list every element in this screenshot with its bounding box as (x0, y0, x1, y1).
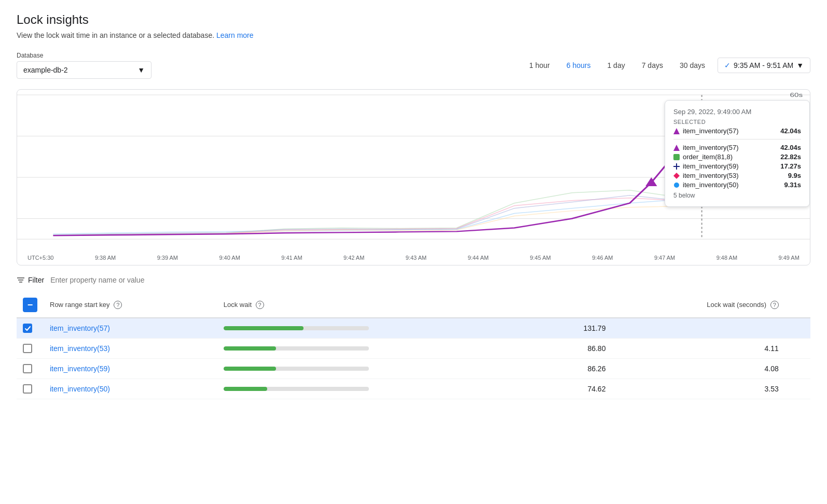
legend-list: item_inventory(57) 42.04s order_item(81,… (673, 144, 801, 199)
row-lock-wait-val-1: 86.80 (541, 339, 612, 359)
legend-item-0: item_inventory(57) 42.04s (673, 144, 801, 151)
filter-label: Filter (17, 276, 44, 284)
svg-marker-15 (673, 173, 680, 179)
row-checkbox-1[interactable] (23, 344, 32, 353)
db-selector: Database example-db-2 ▼ (17, 52, 151, 79)
progress-bg-1 (224, 346, 369, 351)
row-key-link-2[interactable]: item_inventory(59) (50, 365, 110, 373)
row-extra-0 (785, 318, 810, 339)
lock-wait-help-icon[interactable]: ? (256, 301, 264, 309)
legend-icon-1 (673, 154, 680, 160)
tooltip-time: Sep 29, 2022, 9:49:00 AM (673, 108, 801, 116)
row-lock-wait-bar-1 (217, 339, 541, 359)
progress-container-0 (224, 326, 369, 330)
legend-icon-4 (673, 182, 680, 188)
row-key-cell-0: item_inventory(57) (44, 318, 217, 339)
db-value: example-db-2 (23, 66, 68, 74)
svg-rect-14 (673, 166, 680, 167)
row-lock-wait-bar-2 (217, 359, 541, 379)
time-btn-1day[interactable]: 1 day (603, 59, 629, 72)
legend-icon-0 (673, 145, 680, 151)
page-container: Lock insights View the lock wait time in… (0, 0, 827, 412)
db-label: Database (17, 52, 151, 59)
tooltip-triangle-icon (673, 128, 680, 134)
row-lock-wait-bar-3 (217, 379, 541, 399)
table-row: item_inventory(59) 86.26 4.08 (17, 359, 810, 379)
chart-container: 60s 40s 20s (17, 89, 810, 265)
progress-fill-2 (224, 367, 276, 371)
time-btn-6hours[interactable]: 6 hours (562, 59, 595, 72)
row-lock-wait-sec-0 (612, 318, 784, 339)
th-row-range-start-key: Row range start key ? (44, 292, 217, 318)
check-icon: ✓ (724, 61, 730, 69)
lock-wait-sec-help-icon[interactable]: ? (770, 301, 779, 309)
filter-bar: Filter (17, 276, 810, 284)
deselect-all-button[interactable]: − (23, 298, 37, 312)
row-key-cell-2: item_inventory(59) (44, 359, 217, 379)
row-extra-1 (785, 339, 810, 359)
table-header-row: − Row range start key ? Lock wait ? Lock… (17, 292, 810, 318)
row-key-cell-1: item_inventory(53) (44, 339, 217, 359)
th-extra (785, 292, 810, 318)
tooltip-selected-value: 42.04s (780, 127, 801, 135)
svg-text:60s: 60s (790, 92, 803, 98)
row-checkbox-0[interactable] (23, 324, 32, 333)
table-row: item_inventory(57) 131.79 (17, 318, 810, 339)
time-btn-30days[interactable]: 30 days (676, 59, 709, 72)
row-range-help-icon[interactable]: ? (114, 301, 122, 309)
time-range-arrow-icon: ▼ (796, 61, 804, 69)
db-dropdown[interactable]: example-db-2 ▼ (17, 61, 151, 79)
progress-container-2 (224, 367, 369, 371)
table-body: item_inventory(57) 131.79 (17, 318, 810, 399)
th-lock-wait-seconds: Lock wait (seconds) ? (612, 292, 784, 318)
row-lock-wait-sec-1: 4.11 (612, 339, 784, 359)
svg-marker-11 (673, 128, 680, 134)
time-range-picker[interactable]: ✓ 9:35 AM - 9:51 AM ▼ (718, 58, 810, 73)
row-key-link-3[interactable]: item_inventory(50) (50, 385, 110, 393)
row-lock-wait-val-2: 86.26 (541, 359, 612, 379)
time-btn-7days[interactable]: 7 days (638, 59, 667, 72)
filter-icon (17, 276, 25, 284)
progress-fill-1 (224, 346, 276, 351)
row-lock-wait-sec-2: 4.08 (612, 359, 784, 379)
progress-fill-3 (224, 387, 267, 391)
page-subtitle: View the lock wait time in an instance o… (17, 31, 810, 39)
progress-container-3 (224, 387, 369, 391)
progress-container-1 (224, 346, 369, 351)
progress-fill-0 (224, 326, 304, 330)
learn-more-link[interactable]: Learn more (216, 31, 254, 39)
th-empty (541, 292, 612, 318)
time-range-display: 9:35 AM - 9:51 AM (734, 61, 793, 69)
row-extra-2 (785, 359, 810, 379)
svg-marker-12 (673, 145, 680, 151)
legend-item-3: item_inventory(53) 9.9s (673, 172, 801, 179)
time-range-controls: 1 hour 6 hours 1 day 7 days 30 days ✓ 9:… (525, 58, 810, 73)
controls-row: Database example-db-2 ▼ 1 hour 6 hours 1… (17, 52, 810, 79)
row-extra-3 (785, 379, 810, 399)
row-lock-wait-val-0: 131.79 (541, 318, 612, 339)
check-mark-icon (24, 325, 31, 332)
row-checkbox-3[interactable] (23, 384, 32, 394)
th-lock-wait: Lock wait ? (217, 292, 541, 318)
row-checkbox-2[interactable] (23, 364, 32, 373)
row-lock-wait-val-3: 74.62 (541, 379, 612, 399)
page-title: Lock insights (17, 12, 810, 27)
filter-input[interactable] (50, 276, 196, 284)
legend-separator (673, 139, 801, 139)
dropdown-arrow-icon: ▼ (137, 66, 145, 74)
five-below-label: 5 below (673, 192, 801, 199)
table-row: item_inventory(50) 74.62 3.53 (17, 379, 810, 399)
legend-icon-2 (673, 163, 680, 170)
progress-bg-2 (224, 367, 369, 371)
row-key-link-0[interactable]: item_inventory(57) (50, 324, 110, 332)
table-row: item_inventory(53) 86.80 4.11 (17, 339, 810, 359)
legend-icon-3 (673, 173, 680, 179)
row-checkbox-cell-3 (17, 379, 44, 399)
row-key-link-1[interactable]: item_inventory(53) (50, 344, 110, 353)
legend-item-1: order_item(81,8) 22.82s (673, 153, 801, 161)
row-key-cell-3: item_inventory(50) (44, 379, 217, 399)
svg-point-16 (674, 183, 679, 188)
row-lock-wait-bar-0 (217, 318, 541, 339)
tooltip-selected-item: item_inventory(57) 42.04s (673, 127, 801, 135)
time-btn-1hour[interactable]: 1 hour (525, 59, 554, 72)
